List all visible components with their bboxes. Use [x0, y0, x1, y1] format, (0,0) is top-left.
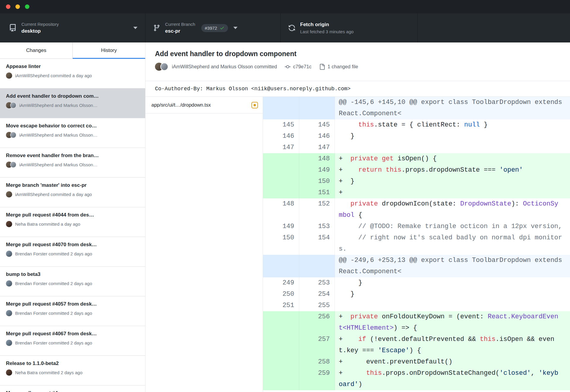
file-list-item[interactable]: app/src/ui/t…/dropdown.tsx	[145, 97, 263, 113]
diff-row-add: 257+ if (!event.defaultPrevented && this…	[263, 334, 570, 356]
commit-list[interactable]: Appease linter iAmWillShepherd committed…	[0, 59, 145, 392]
commit-list-item[interactable]: Merge pull request #4044 from des… Neha …	[0, 207, 145, 237]
commit-list-item[interactable]: bump to beta3 Brendan Forster committed …	[0, 267, 145, 296]
diff-line-number-old	[263, 311, 299, 334]
diff-line-number-new: 148	[299, 153, 335, 165]
avatar	[6, 72, 12, 79]
commit-item-avatars	[6, 72, 12, 79]
pr-status-badge[interactable]: #3972	[201, 24, 228, 32]
current-branch-value: esc-pr	[165, 28, 195, 34]
commit-list-item[interactable]: Move escape behavior to correct co… iAmW…	[0, 118, 145, 148]
commit-item-meta-text: Neha Batra committed 2 days ago	[15, 370, 83, 375]
commit-item-meta: iAmWillShepherd committed a day ago	[6, 72, 139, 79]
diff-code-cell: + }	[335, 176, 570, 187]
tab-changes[interactable]: Changes	[0, 42, 72, 59]
diff-row-context: 148152 private dropdownIcon(state: Dropd…	[263, 198, 570, 221]
commit-list-item[interactable]: Merge pull request #4067 from desk… Bren…	[0, 326, 145, 356]
commit-summary: Add event handler to dropdown component …	[145, 42, 570, 81]
avatar	[6, 280, 12, 287]
commit-list-item[interactable]: Release to 1.1.0-beta2 Neha Batra commit…	[0, 356, 145, 385]
diff-line-number-old: 146	[263, 131, 299, 142]
file-path: app/src/ui/t…/dropdown.tsx	[151, 102, 248, 108]
diff-line-number-new: 258	[299, 356, 335, 368]
commit-item-meta-text: Neha Batra committed a day ago	[15, 222, 80, 227]
diff-code-cell: + event.preventDefault()	[335, 356, 570, 368]
diff-row-context: 147147	[263, 142, 570, 153]
github-desktop-window: Current Repository desktop Current Branc…	[0, 0, 570, 392]
commit-item-title: Release to 1.1.0-beta2	[6, 361, 139, 366]
diff-line-number-new: 257	[299, 334, 335, 356]
minimize-button[interactable]	[15, 4, 20, 9]
diff-line-number-new: 259	[299, 368, 335, 390]
diff-code-cell: + private onFoldoutKeyDown = (event: Rea…	[335, 311, 570, 334]
commit-item-meta: iAmWillShepherd and Markus Olsson…	[6, 102, 139, 108]
diff-line-number-new: 154	[299, 232, 335, 255]
diff-code-cell: + this.props.onDropdownStateChanged('clo…	[335, 368, 570, 390]
tab-history[interactable]: History	[72, 42, 145, 59]
diff-code-cell: }	[335, 277, 570, 289]
diff-line-number-new: 255	[299, 300, 335, 311]
commit-list-item[interactable]: Add event handler to dropdown com… iAmWi…	[0, 88, 145, 118]
commit-list-item[interactable]: Merge pull request #4057 from desk… Bren…	[0, 296, 145, 326]
current-branch-label: Current Branch	[165, 22, 195, 27]
avatar	[6, 221, 12, 227]
diff-line-number-old	[263, 356, 299, 368]
diff-row-context: 249253 }	[263, 277, 570, 289]
diff-line-number-new: 152	[299, 198, 335, 221]
zoom-button[interactable]	[25, 4, 29, 9]
diff-line-number-old: 249	[263, 277, 299, 289]
diff-pane[interactable]: @@ -145,6 +145,10 @@ export class Toolba…	[263, 97, 570, 392]
diff-code-cell: }	[335, 131, 570, 142]
repository-dropdown-button[interactable]: Current Repository desktop	[0, 13, 145, 42]
commit-item-title: Merge pull request #4057 from desk…	[6, 301, 139, 307]
avatar	[6, 310, 12, 316]
diff-code-cell	[335, 300, 570, 311]
chevron-down-icon	[133, 27, 137, 29]
diff-row-context: 251255	[263, 300, 570, 311]
commit-list-item[interactable]: Remove event handler from the bran… iAmW…	[0, 148, 145, 178]
commit-item-avatars	[6, 102, 16, 108]
commit-list-item[interactable]: Merge pull request #4…	[0, 385, 145, 392]
toolbar: Current Repository desktop Current Branc…	[0, 13, 570, 42]
diff-row-context: 150154 // right now it's scaled badly on…	[263, 232, 570, 255]
diff-line-number-old	[263, 187, 299, 198]
commit-item-meta: Brendan Forster committed 2 days ago	[6, 310, 139, 316]
commit-item-meta-text: iAmWillShepherd and Markus Olsson…	[19, 132, 97, 137]
diff-line-number-new: 254	[299, 289, 335, 300]
commit-item-meta: iAmWillShepherd committed a day ago	[6, 191, 139, 197]
close-button[interactable]	[6, 4, 10, 9]
diff-line-number-new: 153	[299, 221, 335, 232]
diff-code-cell: + return this.props.dropdownState === 'o…	[335, 165, 570, 176]
changed-file-list: app/src/ui/t…/dropdown.tsx	[145, 97, 263, 392]
diff-line-number-old: 251	[263, 300, 299, 311]
diff-code-cell: @@ -249,6 +253,13 @@ export class Toolba…	[335, 255, 570, 277]
diff-line-number-old: 148	[263, 198, 299, 221]
pr-number: #3972	[205, 26, 217, 31]
branch-dropdown-button[interactable]: Current Branch esc-pr #3972	[145, 13, 281, 42]
commit-list-item[interactable]: Merge branch 'master' into esc-pr iAmWil…	[0, 178, 145, 207]
sync-icon	[288, 24, 295, 31]
commit-list-item[interactable]: Appease linter iAmWillShepherd committed…	[0, 59, 145, 88]
commit-list-item[interactable]: Merge pull request #4070 from desk… Bren…	[0, 237, 145, 267]
toolbar-spacer	[418, 13, 570, 42]
commit-item-title: Merge pull request #4044 from des…	[6, 212, 139, 218]
check-icon	[220, 26, 224, 30]
commit-description: Co-Authored-By: Markus Olsson <niik@user…	[145, 81, 570, 97]
diff-line-number-old: 145	[263, 119, 299, 131]
commit-item-title: Appease linter	[6, 64, 139, 69]
commit-item-meta: Brendan Forster committed 2 days ago	[6, 280, 139, 287]
commit-sha: c79e71c	[293, 64, 311, 69]
commit-item-avatars	[6, 191, 12, 197]
fetch-origin-button[interactable]: Fetch origin Last fetched 3 minutes ago	[281, 13, 418, 42]
diff-row-hunk: @@ -145,6 +145,10 @@ export class Toolba…	[263, 97, 570, 119]
git-commit-icon	[285, 64, 291, 70]
diff-line-number-old	[263, 97, 299, 119]
diff-code-cell: @@ -145,6 +145,10 @@ export class Toolba…	[335, 97, 570, 119]
avatar	[10, 162, 16, 168]
titlebar	[0, 0, 570, 13]
diff-line-number-old	[263, 165, 299, 176]
diff-line-number-new: 146	[299, 131, 335, 142]
diff-line-number-old: 149	[263, 221, 299, 232]
commit-item-title: Add event handler to dropdown com…	[6, 93, 139, 99]
avatar	[10, 102, 16, 108]
